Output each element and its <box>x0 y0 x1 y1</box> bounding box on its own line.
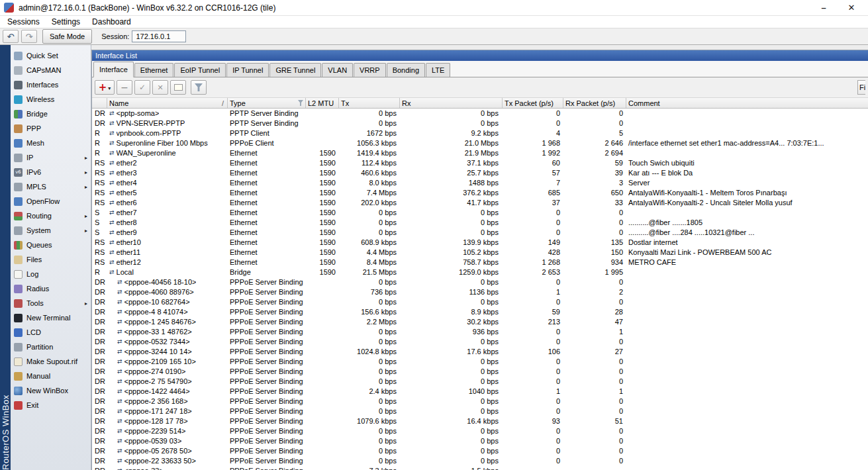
table-row[interactable]: DR<pppoe-4 8 41074>PPPoE Server Binding1… <box>92 307 868 317</box>
table-row[interactable]: RLocalBridge159021.5 Mbps1259.0 kbps2 65… <box>92 267 868 277</box>
column-header-flags[interactable] <box>92 98 107 108</box>
sidebar-item-ipv6[interactable]: IPv6 <box>11 165 91 179</box>
table-row[interactable]: RSether10Ethernet1590608.9 kbps139.9 kbp… <box>92 238 868 248</box>
sidebar-item-interfaces[interactable]: Interfaces <box>11 77 91 92</box>
row-comment: Kar atı --- E blok Da <box>626 168 868 178</box>
tab-lte[interactable]: LTE <box>426 63 450 77</box>
sidebar-item-queues[interactable]: Queues <box>11 238 91 252</box>
sidebar-item-system[interactable]: System <box>11 223 91 238</box>
tab-vrrp[interactable]: VRRP <box>354 63 386 77</box>
sidebar-item-exit[interactable]: Exit <box>11 398 91 412</box>
comment-button[interactable] <box>170 80 186 95</box>
tab-bonding[interactable]: Bonding <box>387 63 425 77</box>
sidebar-item-tools[interactable]: Tools <box>11 296 91 310</box>
table-row[interactable]: RWAN_SuperonlineEthernet15901419.4 kbps2… <box>92 148 868 158</box>
table-row[interactable]: DR<pppoe-10 682764>PPPoE Server Binding0… <box>92 297 868 307</box>
sidebar-item-mpls[interactable]: MPLS <box>11 179 91 194</box>
sidebar-item-ppp[interactable]: PPP <box>11 121 91 136</box>
sidebar-item-quick-set[interactable]: Quick Set <box>11 48 91 63</box>
table-row[interactable]: DR<pppoe-1422 4464>PPPoE Server Binding2… <box>92 387 868 397</box>
table-row[interactable]: DR<pppoe-0532 7344>PPPoE Server Binding0… <box>92 337 868 347</box>
column-header-rxp[interactable]: Rx Packet (p/s) <box>563 98 626 108</box>
table-row[interactable]: DR<pptp-soma>PPTP Server Binding0 bps0 b… <box>92 109 868 118</box>
interface-name: ether11 <box>117 248 141 258</box>
sidebar-item-openflow[interactable]: OpenFlow <box>11 194 91 209</box>
table-row[interactable]: DR<pppoe-33>PPPoE Server Binding7.3 kbps… <box>92 466 868 470</box>
table-row[interactable]: RSether2Ethernet1590112.4 kbps37.1 kbps6… <box>92 158 868 168</box>
table-row[interactable]: DR<pppoe-22 33633 50>PPPoE Server Bindin… <box>92 456 868 466</box>
remove-button[interactable] <box>117 80 132 95</box>
sidebar-item-manual[interactable]: Manual <box>11 369 91 383</box>
enable-button[interactable] <box>134 80 150 95</box>
close-button[interactable] <box>843 3 860 13</box>
table-row[interactable]: DR<pppoe-3244 10 14>PPPoE Server Binding… <box>92 347 868 357</box>
add-button[interactable] <box>95 80 115 95</box>
table-row[interactable]: DR<pppoe-1 245 84676>PPPoE Server Bindin… <box>92 317 868 327</box>
row-tx: 1672 bps <box>339 128 400 138</box>
table-row[interactable]: DR<pppoe-2109 165 10>PPPoE Server Bindin… <box>92 357 868 367</box>
safe-mode-button[interactable]: Safe Mode <box>42 29 92 44</box>
table-row[interactable]: DR<pppoe-40456 18-10>PPPoE Server Bindin… <box>92 277 868 287</box>
table-row[interactable]: DR<pppoe-128 17 78>PPPoE Server Binding1… <box>92 416 868 426</box>
session-value-field[interactable]: 172.16.0.1 <box>132 30 186 42</box>
table-row[interactable]: DR<pppoe-05 2678 50>PPPoE Server Binding… <box>92 446 868 456</box>
table-row[interactable]: RSether6Ethernet1590202.0 kbps41.7 kbps3… <box>92 198 868 208</box>
table-row[interactable]: DR<pppoe-171 247 18>PPPoE Server Binding… <box>92 406 868 416</box>
sidebar-item-log[interactable]: Log <box>11 267 91 281</box>
find-button[interactable]: Find <box>857 80 865 95</box>
sidebar-item-radius[interactable]: Radius <box>11 281 91 296</box>
column-header-tx[interactable]: Tx <box>339 98 400 108</box>
menu-settings[interactable]: Settings <box>46 17 86 26</box>
redo-button[interactable] <box>21 30 37 43</box>
table-row[interactable]: Sether8Ethernet15900 bps0 bps00.........… <box>92 218 868 228</box>
filter-button[interactable] <box>191 80 207 95</box>
table-row[interactable]: DRVPN-SERVER-PPTPPPTP Server Binding0 bp… <box>92 118 868 128</box>
tab-gre-tunnel[interactable]: GRE Tunnel <box>269 63 321 77</box>
column-header-txp[interactable]: Tx Packet (p/s) <box>503 98 563 108</box>
table-row[interactable]: DR<pppoe-274 0190>PPPoE Server Binding0 … <box>92 367 868 377</box>
sidebar-item-make-supout-rif[interactable]: Make Supout.rif <box>11 354 91 369</box>
sidebar-item-new-terminal[interactable]: New Terminal <box>11 310 91 325</box>
table-row[interactable]: RSether5Ethernet15907.4 Mbps376.2 kbps68… <box>92 188 868 198</box>
menu-dashboard[interactable]: Dashboard <box>86 17 137 26</box>
sidebar-item-wireless[interactable]: Wireless <box>11 92 91 107</box>
table-row[interactable]: RSether4Ethernet15908.0 kbps1488 bps73Se… <box>92 178 868 188</box>
table-row[interactable]: Rvpnbook.com-PPTPPPTP Client1672 bps9.2 … <box>92 128 868 138</box>
table-row[interactable]: Sether7Ethernet15900 bps0 bps00 <box>92 208 868 218</box>
column-header-mtu[interactable]: L2 MTU <box>306 98 339 108</box>
minimize-button[interactable] <box>815 3 832 13</box>
column-header-rx[interactable]: Rx <box>400 98 503 108</box>
sidebar-item-files[interactable]: Files <box>11 252 91 267</box>
sidebar-item-bridge[interactable]: Bridge <box>11 107 91 121</box>
tab-eoip-tunnel[interactable]: EoIP Tunnel <box>174 63 226 77</box>
table-row[interactable]: DR<pppoe-2 75 54790>PPPoE Server Binding… <box>92 377 868 387</box>
sidebar-item-ip[interactable]: IP <box>11 150 91 165</box>
table-row[interactable]: DR<pppoe-33 1 48762>PPPoE Server Binding… <box>92 327 868 337</box>
tab-interface[interactable]: Interface <box>93 62 134 77</box>
column-header-type[interactable]: Type <box>228 98 306 108</box>
table-row[interactable]: RSether11Ethernet15904.4 Mbps105.2 kbps4… <box>92 248 868 258</box>
column-header-name[interactable]: Name/ <box>107 98 228 108</box>
table-row[interactable]: DR<pppoe-2239 514>PPPoE Server Binding0 … <box>92 426 868 436</box>
sidebar-item-lcd[interactable]: LCD <box>11 325 91 340</box>
undo-button[interactable] <box>3 30 19 43</box>
table-row[interactable]: RSether12Ethernet15908.4 Mbps758.7 kbps1… <box>92 258 868 267</box>
sidebar-item-new-winbox[interactable]: New WinBox <box>11 383 91 398</box>
table-row[interactable]: DR<pppoe-4060 88976>PPPoE Server Binding… <box>92 287 868 297</box>
table-row[interactable]: RSuperonline Fiber 100 MbpsPPPoE Client1… <box>92 138 868 148</box>
table-row[interactable]: DR<pppoe-0539 03>PPPoE Server Binding0 b… <box>92 436 868 446</box>
disable-button[interactable] <box>152 80 168 95</box>
tab-ethernet[interactable]: Ethernet <box>134 63 174 77</box>
table-row[interactable]: RSether3Ethernet1590460.6 kbps25.7 kbps5… <box>92 168 868 178</box>
table-row[interactable]: Sether9Ethernet15900 bps0 bps00.........… <box>92 228 868 238</box>
tab-vlan[interactable]: VLAN <box>322 63 353 77</box>
sidebar-item-routing[interactable]: Routing <box>11 209 91 223</box>
sidebar-item-partition[interactable]: Partition <box>11 340 91 354</box>
tab-ip-tunnel[interactable]: IP Tunnel <box>226 63 269 77</box>
menu-sessions[interactable]: Sessions <box>1 17 46 26</box>
row-comment: METRO CAFE <box>626 258 868 267</box>
sidebar-item-capsman[interactable]: CAPsMAN <box>11 63 91 77</box>
table-row[interactable]: DR<pppoe-2 356 168>PPPoE Server Binding0… <box>92 397 868 406</box>
sidebar-item-mesh[interactable]: Mesh <box>11 136 91 150</box>
column-header-comment[interactable]: Comment <box>626 98 868 108</box>
